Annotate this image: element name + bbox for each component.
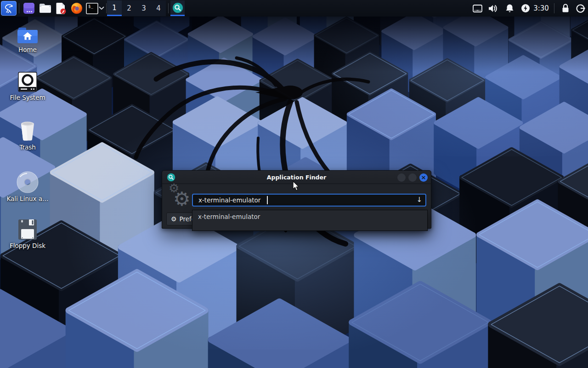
home-folder-icon bbox=[6, 27, 50, 44]
kali-menu-button[interactable] bbox=[1, 1, 17, 16]
desktop-icon-home[interactable]: Home bbox=[6, 27, 50, 53]
floppy-disk-icon bbox=[6, 219, 50, 240]
combo-dropdown-arrow[interactable]: ↓ bbox=[416, 196, 422, 204]
result-item[interactable]: x-terminal-emulator bbox=[192, 210, 427, 223]
workspace-button-4[interactable]: 4 bbox=[151, 0, 166, 16]
desktop-icon-floppy-disk[interactable]: Floppy Disk bbox=[6, 219, 50, 249]
trash-bin-icon bbox=[6, 121, 50, 142]
maximize-button[interactable] bbox=[408, 173, 417, 182]
power-icon bbox=[521, 4, 530, 13]
search-icon bbox=[172, 2, 183, 13]
gears-icon: ⚙ ⚙ bbox=[166, 182, 191, 211]
taskbar-application-finder-button[interactable] bbox=[170, 0, 185, 16]
text-caret bbox=[267, 196, 268, 204]
minimize-button[interactable] bbox=[397, 173, 406, 182]
chevron-down-icon bbox=[99, 6, 104, 10]
workspace-button-2[interactable]: 2 bbox=[122, 0, 136, 16]
clock[interactable]: 3:30 bbox=[532, 0, 550, 17]
search-input[interactable] bbox=[192, 194, 426, 207]
desktop-icon-file-system[interactable]: File System bbox=[6, 72, 50, 101]
search-results-dropdown: x-terminal-emulator bbox=[192, 210, 428, 231]
firefox-launcher[interactable] bbox=[70, 0, 84, 17]
gear-icon: ⚙ bbox=[171, 215, 177, 223]
panel-separator bbox=[168, 3, 169, 13]
firefox-icon bbox=[71, 2, 83, 14]
optical-disc-icon bbox=[6, 171, 50, 193]
desktop-icon-label: Floppy Disk bbox=[6, 242, 50, 249]
notifications-item[interactable] bbox=[503, 0, 515, 17]
window-title: Application Finder bbox=[162, 174, 431, 181]
terminal-launcher[interactable]: $_ bbox=[85, 0, 98, 17]
text-editor-launcher[interactable] bbox=[54, 0, 68, 17]
desktop-icon-label: File System bbox=[6, 94, 50, 101]
workspace-button-3[interactable]: 3 bbox=[136, 0, 151, 16]
kali-dragon-icon bbox=[3, 3, 14, 14]
panel-separator bbox=[554, 3, 554, 13]
lock-screen-button[interactable] bbox=[560, 0, 571, 17]
svg-text:$_: $_ bbox=[88, 4, 93, 9]
top-panel: $_ 1 2 3 4 bbox=[0, 0, 588, 17]
bell-icon bbox=[505, 4, 514, 13]
panel-separator bbox=[19, 3, 19, 13]
hard-drive-icon bbox=[6, 72, 50, 92]
volume-icon bbox=[488, 4, 498, 13]
logout-icon bbox=[576, 4, 585, 13]
power-manager-item[interactable] bbox=[520, 0, 531, 17]
desktop-icon-label: Trash bbox=[6, 144, 50, 151]
close-button[interactable]: × bbox=[419, 173, 428, 182]
volume-item[interactable] bbox=[487, 0, 499, 17]
desktop-icon-trash[interactable]: Trash bbox=[6, 121, 50, 151]
logout-button[interactable] bbox=[574, 0, 587, 17]
application-finder-window: Application Finder × ⚙ ⚙ ↓ x-terminal-em… bbox=[162, 170, 431, 229]
document-edit-icon bbox=[56, 2, 67, 14]
file-manager-launcher[interactable] bbox=[38, 0, 52, 17]
desktop-icon-label: Home bbox=[6, 46, 50, 53]
workspace-button-1[interactable]: 1 bbox=[107, 0, 122, 16]
panel-separator bbox=[106, 3, 107, 13]
window-apps-icon bbox=[23, 2, 35, 14]
lock-icon bbox=[561, 4, 570, 13]
desktop-icon-kali-cdrom[interactable]: Kali Linux a… bbox=[6, 171, 50, 202]
folder-icon bbox=[39, 3, 51, 14]
terminal-dropdown-toggle[interactable] bbox=[98, 0, 105, 17]
display-icon bbox=[473, 5, 482, 12]
window-apps-launcher[interactable] bbox=[22, 0, 36, 17]
terminal-icon: $_ bbox=[86, 3, 98, 14]
desktop: $_ 1 2 3 4 bbox=[0, 0, 588, 368]
mouse-cursor bbox=[293, 181, 302, 194]
tray-display-item[interactable] bbox=[471, 0, 483, 17]
desktop-icon-label: Kali Linux a… bbox=[6, 195, 50, 202]
